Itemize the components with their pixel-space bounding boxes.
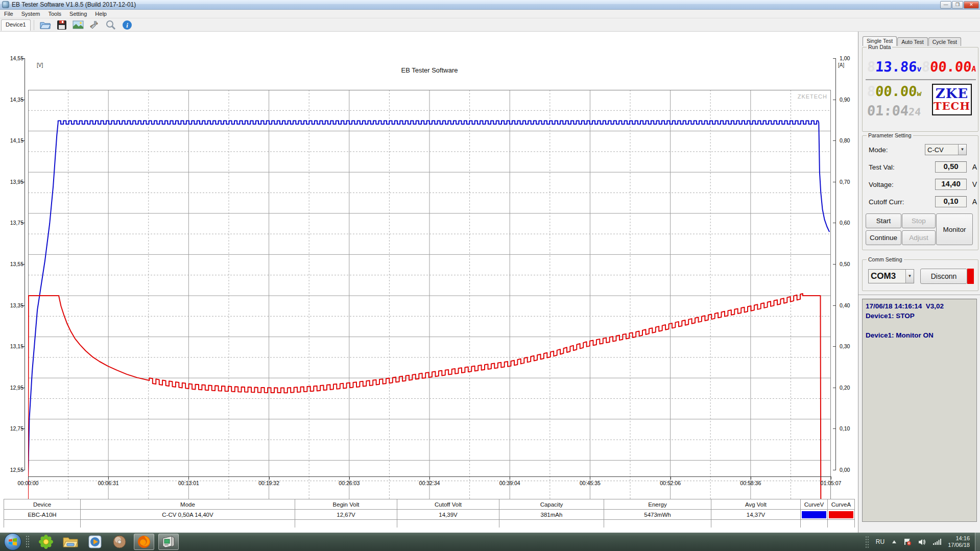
col-avg-volt: Avg Volt [711,499,801,510]
y-right-axis-unit: [A] [838,62,844,68]
menu-setting[interactable]: Setting [65,10,91,17]
chevron-down-icon[interactable]: ▼ [905,270,914,283]
y-right-tick: 0,80 [840,137,859,143]
y-right-tick: 0,30 [840,343,859,349]
taskbar-firefox-icon[interactable] [134,534,154,550]
cell-curve-v [801,510,828,520]
cell-curve-a [828,510,855,520]
settings-tools-button[interactable] [88,19,101,31]
disconnect-button[interactable]: Disconn [920,269,967,284]
right-panel: Single Test Auto Test Cycle Test Run Dat… [858,32,980,533]
maximize-button[interactable]: ❐ [952,1,963,9]
table-row[interactable]: EBC-A10H C-CV 0,50A 14,40V 12,67V 14,39V… [4,510,855,520]
log-output[interactable]: 17/06/18 14:16:14 V3,02Device1: STOP Dev… [862,299,977,522]
curve-v-swatch [802,511,826,518]
results-table: Device Mode Begin Volt Cutoff Volt Capac… [4,499,855,528]
taskbar-grip [26,535,30,548]
speaker-icon [918,539,926,545]
x-tick: 00:13:01 [171,480,206,486]
menu-help[interactable]: Help [91,10,111,17]
export-image-button[interactable] [71,19,85,31]
panel-divider [858,295,980,296]
voltage-field[interactable]: 14,40 [935,179,967,190]
menu-file[interactable]: File [0,10,17,17]
voltage-label: Voltage: [869,181,935,188]
x-tick: 00:45:35 [572,480,608,486]
adjust-button[interactable]: Adjust [902,230,936,245]
volume-icon[interactable] [918,539,926,545]
tab-cycle-test[interactable]: Cycle Test [928,37,961,46]
show-hidden-icons-button[interactable] [892,540,897,544]
y-left-tick: 13,15 [4,343,23,349]
col-energy: Energy [604,499,711,510]
tray-clock[interactable]: 14:16 17/06/18 [948,535,970,548]
open-file-button[interactable] [39,19,52,31]
com-port-select[interactable]: COM3 ▼ [868,269,914,283]
power-display: 800.00w [867,83,922,99]
language-indicator[interactable]: RU [876,538,885,545]
chevron-down-icon[interactable]: ▼ [958,145,966,155]
media-player-icon [88,535,102,548]
taskbar-explorer-icon[interactable] [60,534,81,550]
start-button[interactable]: Start [866,213,901,228]
y-left-tick: 14,15 [4,137,23,143]
menu-tools[interactable]: Tools [44,10,65,17]
chevron-up-icon [892,540,897,544]
minimize-button[interactable]: — [940,1,951,9]
y-right-tick: 0,50 [840,261,859,267]
y-left-tick: 12,55 [4,467,23,473]
cell-cutoff-volt: 14,39V [397,510,499,520]
show-desktop-button[interactable] [975,533,980,551]
signal-bars-icon [933,539,941,545]
time-display: 01:0424 [867,103,922,118]
cell-avg-volt: 14,37V [711,510,801,520]
continue-button[interactable]: Continue [866,230,901,245]
y-left-tick: 12,95 [4,385,23,391]
network-icon[interactable] [933,539,941,545]
device-tab[interactable]: Device1 [1,19,31,31]
tab-auto-test[interactable]: Auto Test [897,37,928,46]
toolbar: Device1 i [0,18,980,32]
zoom-button[interactable] [104,19,117,31]
x-tick: 00:58:36 [733,480,769,486]
x-tick: 00:32:34 [412,480,447,486]
monitor-button[interactable]: Monitor [936,213,973,245]
taskbar-icq-icon[interactable] [36,534,56,550]
stop-button[interactable]: Stop [902,213,936,228]
save-button[interactable] [55,19,68,31]
col-cutoff-volt: Cutoff Volt [397,499,499,510]
log-line [866,321,973,330]
start-button[interactable] [4,533,21,550]
col-capacity: Capacity [499,499,604,510]
table-header-row: Device Mode Begin Volt Cutoff Volt Capac… [4,499,855,510]
current-display: 800.00A [921,59,976,75]
cutoff-curr-field[interactable]: 0,10 [935,196,967,207]
info-button[interactable]: i [121,19,134,31]
x-tick: 00:06:31 [90,480,126,486]
y-left-tick: 13,55 [4,261,23,267]
taskbar-disc-icon[interactable] [109,534,130,550]
taskbar-media-player-icon[interactable] [85,534,105,550]
y-right-tick: 1,00 [840,55,859,61]
icq-flower-icon [39,535,53,549]
mode-select[interactable]: C-CV ▼ [925,144,967,155]
y-left-tick: 13,95 [4,179,23,185]
window-title: EB Tester Software V1.8.5 (Build 2017-12… [12,1,136,8]
cell-capacity: 381mAh [499,510,604,520]
x-tick: 00:19:32 [251,480,287,486]
y-left-axis-line [25,58,25,470]
save-floppy-icon [57,20,67,30]
taskbar-eb-tester-icon[interactable] [158,534,179,550]
cell-begin-volt: 12,67V [295,510,397,520]
menu-system[interactable]: System [17,10,44,17]
voltage-display: 813.86v [867,59,922,75]
toolbar-separator [34,20,34,30]
tray-date: 17/06/18 [948,542,970,548]
y-right-tick: 0,90 [840,97,859,103]
zketech-logo: ZKE TECH [932,84,972,115]
comm-setting-group: Comm Setting COM3 ▼ Disconn [862,259,978,291]
tools-icon [89,20,100,30]
action-center-icon[interactable] [904,538,911,545]
test-val-field[interactable]: 0,50 [935,161,967,173]
close-button[interactable]: ✕ [964,1,979,9]
